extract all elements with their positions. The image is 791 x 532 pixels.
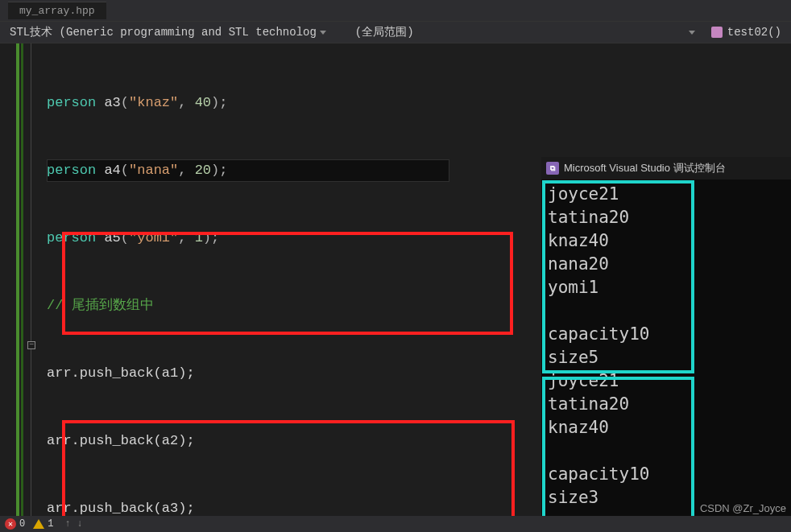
nav-scope-dropdown[interactable]: (全局范围) [349,23,420,41]
console-output: joyce21 tatina20 knaz40 nana20 yomi1 cap… [541,179,791,513]
chevron-down-icon [689,31,695,35]
code-line: arr.push_back(a2); [47,430,449,452]
error-icon[interactable]: ✕ [5,518,16,530]
console-line: nana20 [548,253,785,276]
console-line: capacity10 [548,323,785,346]
code-line: arr.push_back(a1); [47,362,449,385]
fold-toggle[interactable]: − [27,341,35,349]
tab-bar: my_array.hpp [0,0,791,21]
error-count: 0 [19,518,25,530]
editor-gutter: − [0,43,39,516]
console-line [548,439,785,463]
code-area[interactable]: person a3("knaz", 40); person a4("nana",… [39,43,449,516]
warning-count: 1 [48,518,53,530]
arrow-down-icon[interactable]: ↓ [77,518,83,530]
console-line: yomi1 [548,276,785,299]
console-titlebar[interactable]: ⧉ Microsoft Visual Studio 调试控制台 [541,157,791,179]
console-line: joyce21 [548,183,785,206]
tab-file[interactable]: my_array.hpp [8,2,106,19]
console-line: knaz40 [548,416,785,439]
warning-icon[interactable] [33,519,44,529]
status-bar: ✕ 0 1 ↑ ↓ [0,516,791,532]
code-line: person a4("nana", 20); [47,159,449,182]
code-line: person a3("knaz", 40); [47,92,449,114]
console-line: tatina20 [548,393,785,416]
nav-namespace-dropdown[interactable]: STL技术 (Generic programming and STL techn… [3,23,333,41]
console-line: capacity10 [548,463,785,486]
console-line: tatina20 [548,206,785,229]
watermark: CSDN @Zr_Joyce [700,502,786,514]
arrow-up-icon[interactable]: ↑ [64,518,70,530]
method-icon [711,27,723,38]
code-line: // 尾插到数组中 [47,295,449,317]
console-line: joyce21 [548,369,785,393]
visual-studio-icon: ⧉ [546,162,559,175]
console-line [548,299,785,323]
console-line: knaz40 [548,229,785,253]
nav-function-dropdown[interactable]: test02() [705,24,788,40]
debug-console-window: ⧉ Microsoft Visual Studio 调试控制台 joyce21 … [541,157,791,523]
nav-bar: STL技术 (Generic programming and STL techn… [0,21,791,43]
console-line: size5 [548,346,785,369]
code-line: person a5("yomi", 1); [47,227,449,250]
chevron-down-icon [320,31,326,35]
